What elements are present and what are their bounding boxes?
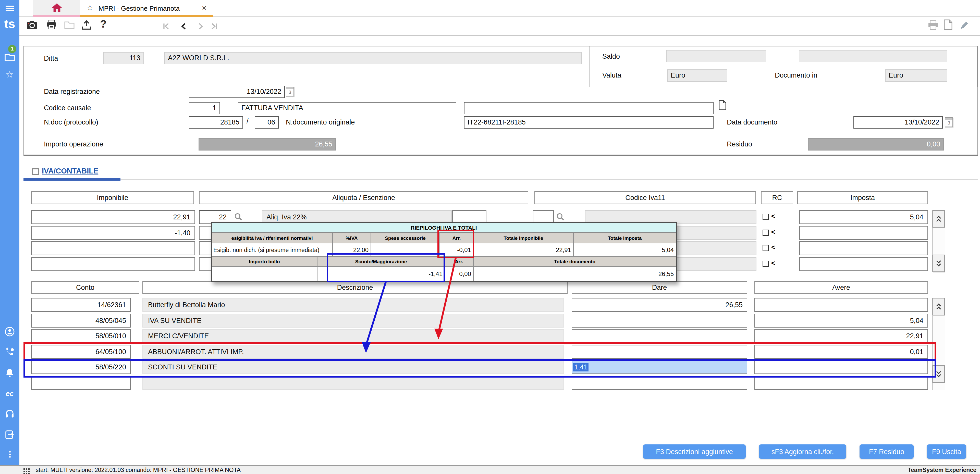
help-icon[interactable]: ? <box>100 18 107 30</box>
documento-in-label: Documento in <box>775 72 818 79</box>
sf3-aggiorna-cli-for-button[interactable]: sF3 Aggiorna cli./for. <box>759 444 846 459</box>
toolbar-separator <box>138 19 138 34</box>
tab-home[interactable] <box>33 0 80 17</box>
search-icon[interactable] <box>234 213 242 223</box>
main-toolbar: ? <box>19 17 980 36</box>
nav-first-record-icon[interactable] <box>162 22 170 32</box>
importo-operazione-field: 26,55 <box>199 138 336 151</box>
conto-header-descrizione: Descrizione <box>142 281 568 294</box>
nav-next-record-icon[interactable] <box>197 22 205 32</box>
rc-checkbox[interactable] <box>762 245 769 251</box>
popup-cell-totale-documento: 26,55 <box>474 267 676 281</box>
conto-field[interactable] <box>31 376 130 390</box>
codice-causale-code-field[interactable]: 1 <box>189 102 220 114</box>
tab-iva-contabile[interactable]: IVA/CONTABILE <box>42 167 98 175</box>
dare-field[interactable]: 26,55 <box>572 298 747 312</box>
rc-checkbox[interactable] <box>762 214 769 220</box>
notifications-bell-icon[interactable] <box>0 368 19 378</box>
search-icon[interactable] <box>556 213 565 223</box>
phone-contact-icon[interactable] <box>0 347 19 357</box>
descrizione-cell[interactable]: MERCI C/VENDITE <box>142 329 564 343</box>
popup-cell-totale-imposta: 5,04 <box>574 243 676 257</box>
importo-operazione-label: Importo operazione <box>44 140 103 148</box>
scroll-up-icon[interactable] <box>932 210 945 227</box>
descrizione-cell[interactable]: Butterfly di Bertolla Mario <box>142 298 564 312</box>
tab-star-icon[interactable]: ☆ <box>87 3 93 12</box>
iva-imposta-field[interactable] <box>799 241 928 255</box>
avere-field[interactable] <box>754 298 928 312</box>
documents-folder-icon[interactable] <box>0 51 19 62</box>
saldo-field-1[interactable] <box>666 50 766 62</box>
section-checkbox[interactable] <box>32 169 39 175</box>
f3-descrizioni-aggiuntive-button[interactable]: F3 Descrizioni aggiuntive <box>643 444 746 459</box>
favorites-star-icon[interactable]: ☆ <box>0 69 19 80</box>
descrizione-cell[interactable]: IVA SU VENDITE <box>142 314 564 328</box>
user-profile-icon[interactable] <box>0 326 19 337</box>
saldo-field-2[interactable] <box>799 50 947 62</box>
edit-pencil-icon[interactable] <box>959 21 969 32</box>
home-tab-underline <box>33 15 80 17</box>
data-registrazione-field[interactable]: 13/10/2022 <box>189 86 285 98</box>
tab-active-primanota[interactable]: ☆ MPRI - Gestione Primanota ✕ <box>80 0 213 17</box>
support-headset-icon[interactable] <box>0 409 19 419</box>
nav-last-record-icon[interactable] <box>210 22 218 32</box>
avere-field[interactable]: 22,91 <box>754 329 928 343</box>
scroll-down-icon[interactable] <box>932 254 945 272</box>
f7-residuo-button[interactable]: F7 Residuo <box>859 444 914 459</box>
iva-imponibile-field[interactable] <box>31 241 195 255</box>
upload-export-icon[interactable] <box>82 20 91 32</box>
home-icon <box>52 3 62 12</box>
status-bar: start: MULTI versione: 2022.01.03 comand… <box>0 465 980 474</box>
iva-imponibile-field[interactable]: -1,40 <box>31 226 195 240</box>
descrizione-cell[interactable] <box>142 376 564 390</box>
f9-uscita-button[interactable]: F9 Uscita <box>927 444 966 459</box>
ndoc-numero-field[interactable]: 28185 <box>189 116 243 129</box>
data-documento-field[interactable]: 13/10/2022 <box>853 116 943 129</box>
app-grid-icon[interactable] <box>24 468 30 474</box>
notification-badge: 1 <box>8 45 16 53</box>
avere-field[interactable]: 5,04 <box>754 314 928 328</box>
tab-bar: ☆ MPRI - Gestione Primanota ✕ <box>19 0 980 17</box>
camera-screenshot-icon[interactable] <box>27 21 37 31</box>
new-document-icon[interactable] <box>944 19 953 32</box>
iva-imponibile-field[interactable]: 22,91 <box>31 210 195 224</box>
nav-previous-record-icon[interactable] <box>180 22 187 32</box>
iva-imposta-field[interactable]: 5,04 <box>799 210 928 224</box>
active-tab-underline <box>80 15 213 17</box>
more-options-icon[interactable] <box>0 450 19 458</box>
ndoc-suffisso-field[interactable]: 06 <box>255 116 279 129</box>
tab-close-icon[interactable]: ✕ <box>202 5 207 12</box>
documento-in-field[interactable]: Euro <box>885 69 947 82</box>
print-document-icon[interactable] <box>928 21 938 32</box>
iva-header-aliquota: Aliquota / Esenzione <box>199 191 528 204</box>
scroll-up-icon[interactable] <box>932 298 945 315</box>
codice-causale-extra-field[interactable] <box>464 102 714 114</box>
ditta-code-field[interactable]: 113 <box>103 52 144 64</box>
conto-field[interactable]: 14/62361 <box>31 298 130 312</box>
dare-field[interactable] <box>572 314 747 328</box>
codice-causale-desc-field[interactable]: FATTURA VENDITA <box>238 102 456 114</box>
logout-icon[interactable] <box>0 429 19 440</box>
calendar-icon[interactable]: 3 <box>945 117 953 127</box>
print-icon[interactable] <box>46 20 57 32</box>
dare-field[interactable] <box>572 329 747 343</box>
conto-field[interactable]: 48/05/045 <box>31 314 130 328</box>
dare-field[interactable] <box>572 376 747 390</box>
conto-field[interactable]: 58/05/010 <box>31 329 130 343</box>
valuta-field[interactable]: Euro <box>667 69 727 82</box>
tab-title: MPRI - Gestione Primanota <box>99 5 180 12</box>
avere-field[interactable] <box>754 376 928 390</box>
rc-checkbox[interactable] <box>762 261 769 267</box>
attachment-document-icon[interactable] <box>719 100 726 112</box>
ndoc-originale-field[interactable]: IT22-68211I-28185 <box>464 116 714 129</box>
iva-imponibile-field[interactable] <box>31 257 195 271</box>
ec-logo-icon[interactable]: ec <box>0 388 19 398</box>
rc-checkbox[interactable] <box>762 230 769 236</box>
hamburger-menu-icon[interactable] <box>0 4 19 12</box>
ditta-name-field[interactable]: A2Z WORLD S.R.L. <box>164 52 582 64</box>
rc-mark: < <box>771 212 775 220</box>
open-folder-icon[interactable] <box>64 21 75 31</box>
iva-imposta-field[interactable] <box>799 257 928 271</box>
iva-imposta-field[interactable] <box>799 226 928 240</box>
calendar-icon[interactable]: 3 <box>286 87 294 96</box>
